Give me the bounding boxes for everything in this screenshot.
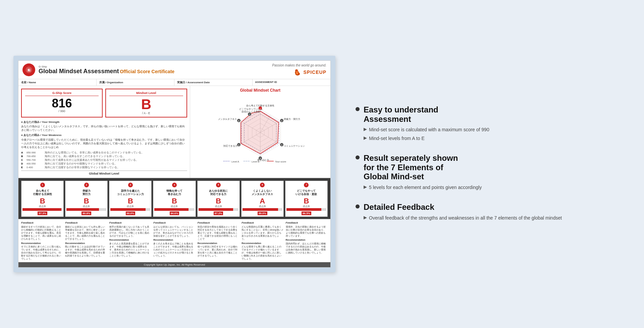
cert-footer: Copyright Spice Up Japan, Inc. All Right… — [18, 262, 330, 267]
element-grade-label: 得点率 — [110, 205, 150, 208]
svg-text:突破力・実行力: 突破力・実行力 — [284, 118, 300, 120]
cert-left-panel: G-Ship Score 816 / 990 Mindset Level B /… — [18, 86, 190, 178]
element-grade-label: 得点率 — [199, 205, 238, 208]
spiceup-icon — [293, 68, 302, 76]
element-number: 7 — [304, 183, 309, 187]
element-number: 3 — [128, 183, 133, 187]
cert-header: 船 G-Ship Global Mindset Assessment Offic… — [18, 61, 330, 79]
element-name: 自ら考えて行動する主体性 — [22, 188, 62, 197]
element-name: くよくよしないメンタルタフネス — [243, 188, 282, 197]
element-grade: B — [110, 197, 150, 205]
cert-tagline: Passion makes the world go around. — [272, 63, 326, 67]
level-row: E0-400海外に出て活躍するのが非常が困難なマインドを持っている。 — [21, 166, 187, 169]
annotation-arrow: ▶ — [364, 135, 367, 141]
element-bar-fill — [199, 208, 233, 211]
certificate-wrapper: 船 G-Ship Global Mindset Assessment Offic… — [13, 56, 335, 272]
level-range: 850-990 — [26, 151, 43, 154]
annotation-dot-line — [356, 105, 360, 111]
feedback-body: はどんな状況においても、パッションを持ってコミュニケーションすることができ、巻き… — [153, 225, 195, 237]
logo-icon: 船 — [25, 66, 33, 74]
mindset-value: B — [109, 97, 183, 111]
feedback-rec-title: Recommendation — [241, 242, 283, 245]
element-bar-bg — [286, 208, 326, 211]
feedback-body: どんな態度的な圧重に遭遇しても全く気にすることない、非常にstrong強いメンタ… — [241, 225, 283, 240]
annotation-heading: Detailed Feedback — [364, 202, 624, 212]
level-range: 400-550 — [26, 162, 43, 166]
element-card: 5 あらゆる状況に対応できる力 B 得点率 87.2% — [197, 181, 240, 217]
element-bar-fill — [66, 208, 99, 211]
feedback-col: Feedback 環境外、文化の変動に適合するよう状況に仕事が自信の企業を自信が… — [286, 221, 328, 260]
cert-right-panel: Global Mindset Chart — [190, 86, 331, 178]
element-number: 4 — [172, 183, 177, 187]
svg-text:Your score: Your score — [275, 160, 286, 163]
feedback-body: 環境外、文化の変動に適合するよう状況に仕事が自信の企業を自信があり、より挑戦的な… — [286, 225, 328, 237]
element-card: 6 くよくよしないメンタルタフネス A 得点率 89.0% — [241, 181, 284, 217]
feedback-body: 接続どんな状況においても持も著しい準確遂を活かみて、実行に移すことができます。今… — [65, 225, 107, 240]
annotation-bullet: ▶Mind-set levels from A to E — [364, 135, 624, 142]
info-id: ASSESSMENT ID — [253, 79, 331, 86]
annotation-dot — [356, 107, 360, 111]
annotation-dot-line — [356, 202, 360, 208]
feedback-rec-title: Recommendation — [21, 242, 63, 245]
strength-title: ● あなたの強み / Your Strength — [21, 120, 187, 124]
element-grade-label: 得点率 — [243, 205, 282, 208]
level-range: 700-850 — [26, 155, 43, 158]
gship-score-box: G-Ship Score 816 / 990 — [21, 89, 103, 118]
element-card: 4 情熱を持って巻き込む力 B 得点率 84.6% — [153, 181, 196, 217]
element-pct: 89.0% — [258, 212, 267, 215]
element-grade-label: 得点率 — [66, 205, 106, 208]
level-desc: 海外に出て活躍するのがやや困難なマインドを持っている。 — [45, 162, 187, 166]
feedback-title: Feedback — [109, 221, 151, 225]
element-grade-label: 得点率 — [22, 205, 62, 208]
element-pct: 97.3% — [38, 212, 47, 215]
spiceup-brand: SPICEUP — [304, 69, 326, 75]
level-range: 0-400 — [26, 166, 43, 169]
element-name: 突破力実行力 — [66, 188, 106, 197]
element-num-badge: 2 — [66, 182, 106, 188]
level-table: A850-990海外のどんな環境にいても、非常に高い成果を出せるこのマインドを持… — [21, 151, 187, 169]
feedback-body: 相手が意識の遠くない人であっても意思疎通難せし、同じ方向へ向かうことができ、巧み… — [109, 225, 151, 237]
annotation-text: 5 levels for each element and points giv… — [369, 184, 482, 191]
feedback-rec-title: Recommendation — [198, 242, 239, 245]
cert-title-sub2: Official Score Certificate — [120, 69, 174, 74]
feedback-rec: 多くの人を巻き込んで物ことを進めることができます。今後は成果を重ねるためのコミュ… — [153, 242, 195, 257]
level-grade: B — [21, 155, 25, 158]
element-bar-fill — [110, 208, 146, 211]
element-grade: B — [154, 197, 194, 205]
element-grade: A — [243, 197, 282, 205]
element-grade: B — [286, 197, 326, 205]
spiceup-logo: SPICEUP — [293, 68, 326, 76]
element-bar-bg — [66, 208, 106, 211]
level-grade: D — [21, 162, 25, 166]
level-row: A850-990海外のどんな環境にいても、非常に高い成果を出せるこのマインドを持… — [21, 151, 187, 154]
annotation-arrow: ▶ — [364, 215, 367, 221]
feedback-rec: 様々な状況に対応するマインドは備わっています。更に高めため、自分で対策を前々と共… — [198, 245, 239, 257]
element-grade: B — [22, 197, 62, 205]
feedback-col: Feedback どんな態度的な圧重に遭遇しても全く気にすることない、非常にst… — [241, 221, 283, 260]
svg-text:Level B: Level B — [252, 160, 260, 163]
element-bar-fill — [22, 208, 61, 211]
svg-text:6: 6 — [238, 120, 239, 122]
element-pct: 84.6% — [170, 212, 179, 215]
annotation-arrow: ▶ — [364, 184, 367, 190]
element-card: 1 自ら考えて行動する主体性 B 得点率 97.3% — [21, 181, 64, 217]
annotation-bullet: ▶Mind-set score is calculated with a max… — [364, 126, 624, 133]
element-pct: 86.5% — [302, 212, 311, 215]
level-grade: A — [21, 151, 25, 154]
gship-score-label: G-Ship Score — [25, 91, 99, 96]
strength-block: ● あなたの強み / Your Strength あなたの強みは「くよくしないメ… — [21, 120, 187, 132]
element-num-badge: 5 — [199, 182, 238, 188]
element-bar-fill — [243, 208, 278, 211]
feedback-title: Feedback — [198, 221, 239, 225]
mindset-level-box: Mindset Level B / A - E — [105, 89, 187, 118]
info-date: 実施日 / Assessment Date — [174, 79, 253, 86]
feedback-rec: 既に行動することはほぼ行動できていますが、今後は成果を高めるための準確や意識能力… — [65, 245, 107, 257]
element-name: 語学力を越えたコミュニケーション力 — [110, 188, 150, 197]
element-grade: B — [66, 197, 106, 205]
svg-text:3: 3 — [281, 144, 282, 146]
element-name: 情熱を持って巻き込む力 — [154, 188, 194, 197]
element-num-badge: 4 — [154, 182, 194, 188]
info-name: 名前 / Name — [18, 79, 97, 86]
radar-container: 自ら考えて行動する主体性 突破力・実行力 コミュニケーション 巻き込む力 対応で… — [192, 94, 329, 168]
element-num-badge: 6 — [243, 182, 282, 188]
